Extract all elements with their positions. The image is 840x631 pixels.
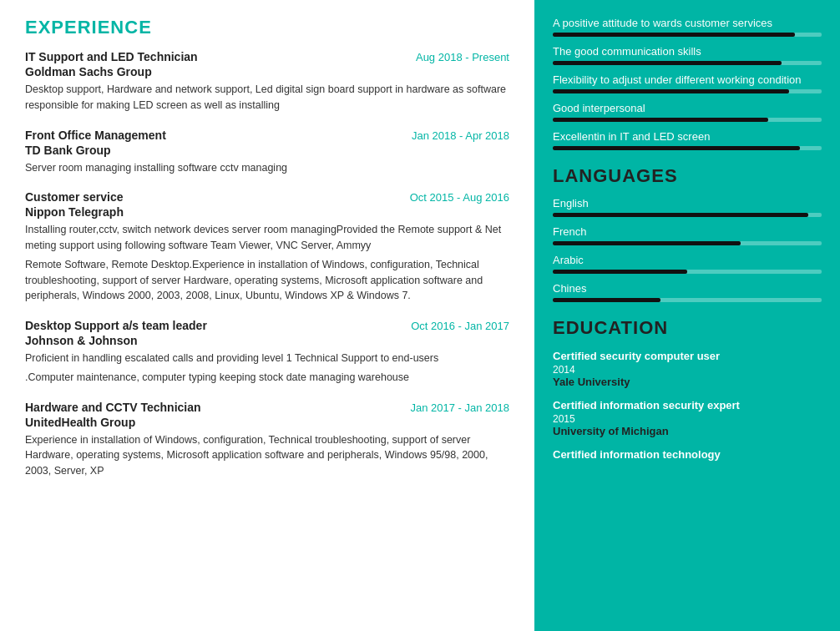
language-item: Chines (553, 282, 822, 302)
job-header: Desktop Support a/s team leaderOct 2016 … (25, 319, 509, 332)
job-title: IT Support and LED Technician (25, 50, 198, 63)
education-cert: Certified information security expert (553, 398, 822, 413)
job-description: .Computer maintenance, computer typing k… (25, 370, 509, 386)
job-header: Hardware and CCTV TechnicianJan 2017 - J… (25, 401, 509, 414)
job-company: TD Bank Group (25, 144, 509, 157)
language-label: Arabic (553, 254, 822, 266)
job-date: Oct 2015 - Aug 2016 (410, 191, 509, 204)
education-year: 2015 (553, 413, 822, 425)
job-title: Customer service (25, 190, 124, 204)
skill-bar-bg (553, 61, 822, 65)
languages-title: LANGUAGES (553, 165, 822, 187)
skill-bar-bg (553, 118, 822, 122)
education-university: University of Michigan (553, 425, 822, 437)
education-title: EDUCATION (553, 317, 822, 339)
job-description: Desktop support, Hardware and network su… (25, 82, 509, 114)
skill-bar-fill (553, 61, 782, 65)
language-item: French (553, 225, 822, 245)
job-date: Oct 2016 - Jan 2017 (411, 320, 509, 332)
education-entry: Certified information security expert201… (553, 398, 822, 437)
skill-label: Good interpersonal (553, 102, 822, 114)
job-header: IT Support and LED TechnicianAug 2018 - … (25, 50, 509, 63)
job-description: Experience in installation of Windows, c… (25, 432, 509, 479)
job-description: Installing router,cctv, switch network d… (25, 222, 509, 254)
language-label: English (553, 197, 822, 209)
job-header: Customer serviceOct 2015 - Aug 2016 (25, 190, 509, 204)
job-company: Goldman Sachs Group (25, 65, 509, 78)
right-column: A positive attitude to wards customer se… (534, 0, 840, 631)
job-description: Proficient in handling escalated calls a… (25, 351, 509, 366)
languages-list: EnglishFrenchArabicChines (553, 197, 822, 302)
language-bar-fill (553, 270, 687, 274)
job-entry: Hardware and CCTV TechnicianJan 2017 - J… (25, 401, 509, 479)
skill-item: A positive attitude to wards customer se… (553, 17, 822, 37)
skill-label: The good communication skills (553, 45, 822, 58)
skill-label: Flexibility to adjust under different wo… (553, 73, 822, 86)
job-entry: IT Support and LED TechnicianAug 2018 - … (25, 50, 509, 114)
education-year: 2014 (553, 364, 822, 376)
jobs-list: IT Support and LED TechnicianAug 2018 - … (25, 50, 509, 479)
job-date: Jan 2017 - Jan 2018 (410, 401, 509, 414)
skill-item: Good interpersonal (553, 102, 822, 122)
job-entry: Desktop Support a/s team leaderOct 2016 … (25, 319, 509, 386)
job-header: Front Office ManagementJan 2018 - Apr 20… (25, 129, 509, 142)
language-item: Arabic (553, 254, 822, 274)
education-entry: Certified information technology (553, 447, 822, 462)
language-label: French (553, 225, 822, 238)
skill-label: A positive attitude to wards customer se… (553, 17, 822, 29)
language-label: Chines (553, 282, 822, 295)
education-university: Yale University (553, 376, 822, 388)
job-date: Jan 2018 - Apr 2018 (412, 129, 509, 142)
language-item: English (553, 197, 822, 217)
education-entry: Certified security computer user2014Yale… (553, 349, 822, 388)
job-company: UnitedHealth Group (25, 416, 509, 429)
education-list: Certified security computer user2014Yale… (553, 349, 822, 463)
skill-bar-bg (553, 89, 822, 93)
skills-list: A positive attitude to wards customer se… (553, 17, 822, 150)
skill-item: The good communication skills (553, 45, 822, 65)
skill-label: Excellentin in IT and LED screen (553, 130, 822, 143)
skill-item: Flexibility to adjust under different wo… (553, 73, 822, 93)
job-title: Front Office Management (25, 129, 166, 142)
language-bar-bg (553, 298, 822, 302)
skill-bar-fill (553, 33, 795, 37)
skill-bar-fill (553, 89, 789, 93)
languages-section: LANGUAGES EnglishFrenchArabicChines (553, 165, 822, 302)
job-description: Remote Software, Remote Desktop.Experien… (25, 257, 509, 304)
job-date: Aug 2018 - Present (416, 51, 509, 63)
skill-bar-bg (553, 33, 822, 37)
job-title: Hardware and CCTV Technician (25, 401, 201, 414)
job-entry: Customer serviceOct 2015 - Aug 2016Nippo… (25, 190, 509, 304)
skill-bar-fill (553, 118, 768, 122)
education-cert: Certified security computer user (553, 349, 822, 364)
skill-item: Excellentin in IT and LED screen (553, 130, 822, 150)
experience-title: EXPERIENCE (25, 17, 509, 38)
job-title: Desktop Support a/s team leader (25, 319, 207, 332)
left-column: EXPERIENCE IT Support and LED Technician… (0, 0, 534, 631)
language-bar-bg (553, 270, 822, 274)
language-bar-fill (553, 298, 660, 302)
skill-bar-bg (553, 146, 822, 150)
language-bar-fill (553, 213, 808, 217)
education-cert: Certified information technology (553, 447, 822, 462)
job-company: Nippon Telegraph (25, 205, 509, 219)
language-bar-bg (553, 213, 822, 217)
job-entry: Front Office ManagementJan 2018 - Apr 20… (25, 129, 509, 176)
skill-bar-fill (553, 146, 800, 150)
education-section: EDUCATION Certified security computer us… (553, 317, 822, 463)
job-description: Server room managing installing software… (25, 160, 509, 176)
language-bar-bg (553, 241, 822, 245)
language-bar-fill (553, 241, 741, 245)
job-company: Johnson & Johnson (25, 334, 509, 347)
